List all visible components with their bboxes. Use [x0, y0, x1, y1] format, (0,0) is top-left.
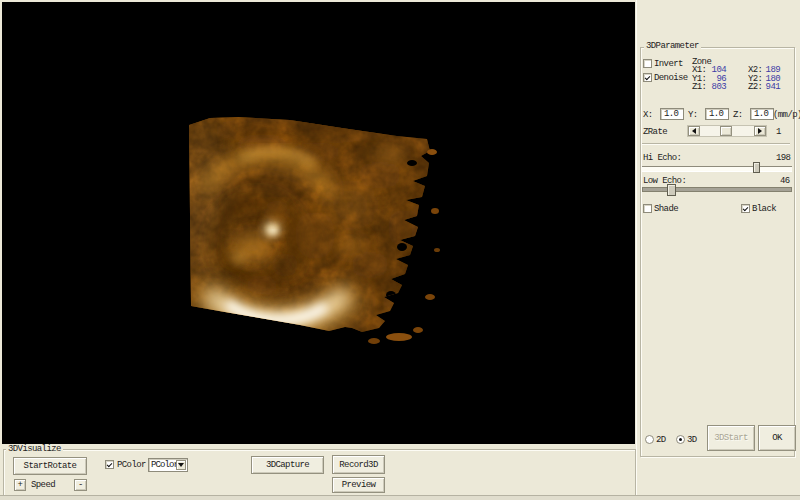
mode-3d-radio[interactable]: [676, 435, 685, 444]
hi-echo-slider-thumb[interactable]: [753, 162, 760, 173]
invert-checkbox[interactable]: [643, 59, 652, 68]
hi-echo-slider[interactable]: [642, 166, 792, 172]
scale-y-value: 1.0: [709, 109, 723, 119]
low-echo-slider[interactable]: [642, 187, 792, 192]
low-echo-slider-thumb[interactable]: [667, 184, 676, 196]
dropdown-arrow-icon: [178, 463, 184, 467]
shade-checkbox-label: Shade: [654, 205, 678, 214]
speed-label: Speed: [31, 481, 55, 490]
mode-2d-radio[interactable]: [645, 435, 654, 444]
hi-echo-label: Hi Echo:: [643, 154, 681, 163]
pcolor-checkbox[interactable]: [105, 460, 114, 469]
ultrasound-render: [2, 2, 635, 444]
pcolor-dropdown-value: PColor: [151, 460, 178, 470]
denoise-checkbox[interactable]: [643, 73, 652, 82]
mode-2d-radio-label: 2D: [656, 436, 666, 445]
start-rotate-button[interactable]: StartRotate: [13, 457, 87, 475]
denoise-checkbox-label: Denoise: [654, 74, 688, 83]
window-bottom-edge: [0, 495, 800, 500]
parameter-group-title: 3DParameter: [644, 42, 701, 51]
speed-minus-button[interactable]: -: [74, 479, 87, 491]
3dstart-button[interactable]: 3DStart: [707, 425, 755, 451]
scale-unit-label: (mm/p): [773, 111, 800, 120]
zrate-value: 1: [776, 128, 781, 137]
pcolor-checkbox-label: PColor: [117, 461, 146, 470]
scale-y-label: Y:: [688, 111, 698, 120]
mode-3d-radio-label: 3D: [687, 436, 697, 445]
3dcapture-button[interactable]: 3DCapture: [251, 456, 324, 474]
pcolor-dropdown[interactable]: PColor: [148, 458, 188, 472]
visualize-bar: 3DVisualize StartRotate + Speed - PColor…: [0, 444, 636, 500]
left-arrow-icon: [692, 128, 696, 134]
zone-row-label: Z2:: [748, 83, 762, 92]
zrate-scroll-thumb[interactable]: [720, 126, 732, 136]
hi-echo-value: 198: [776, 154, 790, 163]
scale-x-input[interactable]: 1.0: [660, 108, 684, 120]
black-checkbox[interactable]: [741, 204, 750, 213]
scale-z-input[interactable]: 1.0: [750, 108, 774, 120]
zrate-scroll-right-button[interactable]: [754, 126, 766, 136]
preview-button[interactable]: Preview: [332, 477, 385, 493]
render-viewport[interactable]: [2, 2, 635, 444]
zone-row-label: Z1:: [692, 83, 706, 92]
scale-z-label: Z:: [733, 111, 743, 120]
scale-x-label: X:: [643, 111, 653, 120]
low-echo-label: Low Echo:: [643, 177, 686, 186]
parameter-panel: 3DParameter Invert Denoise Zone X1:104X2…: [636, 0, 800, 500]
speed-plus-button[interactable]: +: [14, 479, 26, 491]
app-window: 3DParameter Invert Denoise Zone X1:104X2…: [0, 0, 800, 500]
zrate-scrollbar[interactable]: [687, 125, 767, 137]
zrate-scroll-left-button[interactable]: [688, 126, 700, 136]
scale-y-input[interactable]: 1.0: [705, 108, 729, 120]
scale-z-value: 1.0: [754, 109, 768, 119]
black-checkbox-label: Black: [752, 205, 776, 214]
zrate-label: ZRate: [643, 128, 667, 137]
ok-button[interactable]: OK: [758, 425, 796, 451]
record3d-button[interactable]: Record3D: [332, 455, 385, 474]
low-echo-value: 46: [780, 177, 790, 186]
visualize-group-title: 3DVisualize: [6, 445, 63, 454]
right-arrow-icon: [758, 128, 762, 134]
scale-x-value: 1.0: [664, 109, 678, 119]
invert-checkbox-label: Invert: [654, 60, 683, 69]
shade-checkbox[interactable]: [643, 204, 652, 213]
separator-line: [642, 143, 790, 144]
zone-row-value: 803: [707, 83, 726, 92]
zone-row-value: 941: [763, 83, 780, 92]
pcolor-dropdown-button[interactable]: [176, 460, 186, 470]
